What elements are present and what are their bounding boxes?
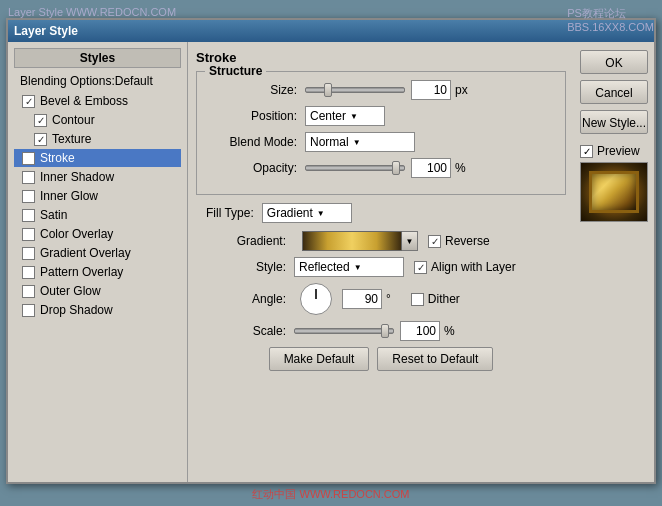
angle-input[interactable]: [342, 289, 382, 309]
sidebar-item-gradient-overlay[interactable]: Gradient Overlay: [14, 244, 181, 262]
size-row: Size: px: [207, 80, 555, 100]
scale-unit: %: [444, 324, 455, 338]
angle-label: Angle:: [196, 292, 286, 306]
align-checkbox[interactable]: [414, 261, 427, 274]
sidebar-item-satin[interactable]: Satin: [14, 206, 181, 224]
sidebar-item-inner-glow[interactable]: Inner Glow: [14, 187, 181, 205]
blend-mode-dropdown[interactable]: Normal ▼: [305, 132, 415, 152]
size-slider[interactable]: [305, 87, 405, 93]
size-unit: px: [455, 83, 468, 97]
reverse-checkbox[interactable]: [428, 235, 441, 248]
preview-image: [581, 163, 647, 221]
sidebar-item-stroke[interactable]: Stroke: [14, 149, 181, 167]
checkbox-pattern-overlay[interactable]: [22, 266, 35, 279]
checkbox-texture[interactable]: [34, 133, 47, 146]
blend-mode-label: Blend Mode:: [207, 135, 297, 149]
checkbox-color-overlay[interactable]: [22, 228, 35, 241]
opacity-label: Opacity:: [207, 161, 297, 175]
preview-label: Preview: [597, 144, 640, 158]
preview-check-row: Preview: [580, 144, 648, 158]
style-dropdown[interactable]: Reflected ▼: [294, 257, 404, 277]
bottom-buttons: Make Default Reset to Default: [196, 347, 566, 371]
dialog: Layer Style Styles Blending Options:Defa…: [6, 18, 656, 484]
position-row: Position: Center ▼: [207, 106, 555, 126]
align-label: Align with Layer: [431, 260, 516, 274]
blend-options-item[interactable]: Blending Options:Default: [14, 72, 181, 90]
sidebar-item-drop-shadow[interactable]: Drop Shadow: [14, 301, 181, 319]
dialog-body: Styles Blending Options:Default Bevel & …: [8, 42, 654, 482]
section-title: Stroke: [196, 50, 566, 65]
gradient-swatch[interactable]: [302, 231, 402, 251]
scale-slider[interactable]: [294, 328, 394, 334]
checkbox-stroke[interactable]: [22, 152, 35, 165]
reverse-label: Reverse: [445, 234, 490, 248]
scale-thumb[interactable]: [381, 324, 389, 338]
checkbox-inner-shadow[interactable]: [22, 171, 35, 184]
size-thumb[interactable]: [324, 83, 332, 97]
opacity-thumb[interactable]: [392, 161, 400, 175]
sidebar-item-texture[interactable]: Texture: [14, 130, 181, 148]
preview-box: [580, 162, 648, 222]
gradient-dropdown-btn[interactable]: ▼: [402, 231, 418, 251]
checkbox-bevel[interactable]: [22, 95, 35, 108]
dither-label: Dither: [428, 292, 460, 306]
size-input[interactable]: [411, 80, 451, 100]
scale-label: Scale:: [196, 324, 286, 338]
align-check[interactable]: Align with Layer: [414, 260, 516, 274]
structure-label: Structure: [205, 64, 266, 78]
preview-checkbox[interactable]: [580, 145, 593, 158]
gradient-label: Gradient:: [196, 234, 286, 248]
structure-group: Structure Size: px Position: Center ▼: [196, 71, 566, 195]
angle-row: Angle: ° Dither: [196, 283, 566, 315]
size-label: Size:: [207, 83, 297, 97]
opacity-unit: %: [455, 161, 466, 175]
sidebar-item-bevel-emboss[interactable]: Bevel & Emboss: [14, 92, 181, 110]
action-buttons-panel: OK Cancel New Style... Preview: [574, 42, 654, 482]
fill-type-label: Fill Type:: [206, 206, 254, 220]
checkbox-satin[interactable]: [22, 209, 35, 222]
gradient-row: Gradient: ▼ Reverse: [196, 231, 566, 251]
dither-check[interactable]: Dither: [411, 292, 460, 306]
dialog-title: Layer Style: [14, 24, 78, 38]
reverse-check[interactable]: Reverse: [428, 234, 490, 248]
styles-header[interactable]: Styles: [14, 48, 181, 68]
angle-unit: °: [386, 292, 391, 306]
sidebar-item-outer-glow[interactable]: Outer Glow: [14, 282, 181, 300]
dither-checkbox[interactable]: [411, 293, 424, 306]
main-panel: Stroke Structure Size: px Position:: [188, 42, 574, 482]
blend-mode-row: Blend Mode: Normal ▼: [207, 132, 555, 152]
checkbox-gradient-overlay[interactable]: [22, 247, 35, 260]
preview-inner: [589, 171, 639, 213]
new-style-button[interactable]: New Style...: [580, 110, 648, 134]
blend-mode-arrow-icon: ▼: [353, 138, 361, 147]
style-arrow-icon: ▼: [354, 263, 362, 272]
opacity-row: Opacity: %: [207, 158, 555, 178]
make-default-button[interactable]: Make Default: [269, 347, 370, 371]
style-label: Style:: [196, 260, 286, 274]
ok-button[interactable]: OK: [580, 50, 648, 74]
sidebar-item-pattern-overlay[interactable]: Pattern Overlay: [14, 263, 181, 281]
sidebar-item-inner-shadow[interactable]: Inner Shadow: [14, 168, 181, 186]
opacity-slider[interactable]: [305, 165, 405, 171]
position-arrow-icon: ▼: [350, 112, 358, 121]
cancel-button[interactable]: Cancel: [580, 80, 648, 104]
position-dropdown[interactable]: Center ▼: [305, 106, 385, 126]
opacity-input[interactable]: [411, 158, 451, 178]
checkbox-drop-shadow[interactable]: [22, 304, 35, 317]
sidebar-item-color-overlay[interactable]: Color Overlay: [14, 225, 181, 243]
position-label: Position:: [207, 109, 297, 123]
scale-input[interactable]: [400, 321, 440, 341]
style-row: Style: Reflected ▼ Align with Layer: [196, 257, 566, 277]
fill-type-arrow-icon: ▼: [317, 209, 325, 218]
checkbox-inner-glow[interactable]: [22, 190, 35, 203]
title-bar: Layer Style: [8, 20, 654, 42]
fill-type-dropdown[interactable]: Gradient ▼: [262, 203, 352, 223]
scale-row: Scale: %: [196, 321, 566, 341]
checkbox-outer-glow[interactable]: [22, 285, 35, 298]
checkbox-contour[interactable]: [34, 114, 47, 127]
sidebar-item-contour[interactable]: Contour: [14, 111, 181, 129]
left-panel: Styles Blending Options:Default Bevel & …: [8, 42, 188, 482]
reset-default-button[interactable]: Reset to Default: [377, 347, 493, 371]
watermark-bottom: 红动中国 WWW.REDOCN.COM: [0, 487, 662, 502]
angle-dial[interactable]: [300, 283, 332, 315]
